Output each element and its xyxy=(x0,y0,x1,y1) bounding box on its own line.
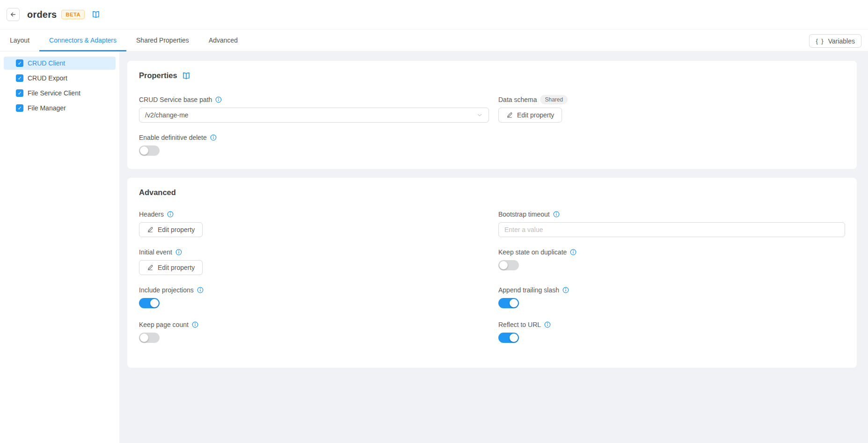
checkbox-file-manager[interactable]: ✓ xyxy=(16,104,23,112)
toggle-knob xyxy=(140,334,148,342)
properties-card-title: Properties xyxy=(139,71,845,80)
pen-icon xyxy=(147,226,153,233)
field-label: Headers xyxy=(139,210,489,219)
field-label-text: Reflect to URL xyxy=(498,321,541,328)
checkbox-crud-client[interactable]: ✓ xyxy=(16,59,23,67)
sidebar-item-crud-export[interactable]: ✓ CRUD Export xyxy=(4,72,116,85)
edit-data-schema-button[interactable]: Edit property xyxy=(498,108,562,123)
field-label-text: Append trailing slash xyxy=(498,286,559,294)
field-label: Data schema Shared xyxy=(498,95,845,104)
advanced-card-title: Advanced xyxy=(139,188,845,197)
docs-book-icon[interactable] xyxy=(92,10,100,19)
field-keep-state-on-duplicate: Keep state on duplicate xyxy=(498,247,845,275)
info-icon[interactable] xyxy=(544,321,551,328)
card-title-text: Advanced xyxy=(139,188,176,197)
keep-state-on-duplicate-toggle[interactable] xyxy=(498,260,519,270)
properties-card: Properties CRUD Service base path /v2/ch… xyxy=(127,61,857,169)
main-content: Properties CRUD Service base path /v2/ch… xyxy=(119,51,868,443)
shared-badge: Shared xyxy=(540,95,568,104)
field-label-text: Keep state on duplicate xyxy=(498,248,567,256)
pen-icon xyxy=(506,112,513,118)
page-title: orders xyxy=(27,9,57,20)
pen-icon xyxy=(147,264,153,271)
field-bootstrap-timeout: Bootstrap timeout xyxy=(498,210,845,237)
base-path-value: /v2/change-me xyxy=(145,111,189,119)
tab-bar: Layout Connectors & Adapters Shared Prop… xyxy=(0,29,868,51)
toggle-knob xyxy=(140,146,148,155)
card-title-text: Properties xyxy=(139,71,177,80)
button-label: Edit property xyxy=(158,226,195,233)
append-trailing-slash-toggle[interactable] xyxy=(498,298,519,308)
field-label-text: Include projections xyxy=(139,286,194,294)
field-label-text: CRUD Service base path xyxy=(139,96,212,103)
toggle-knob xyxy=(499,261,508,269)
tab-layout[interactable]: Layout xyxy=(0,29,39,51)
field-crud-service-base-path: CRUD Service base path /v2/change-me xyxy=(139,95,489,123)
connector-sidebar: ✓ CRUD Client ✓ CRUD Export ✓ File Servi… xyxy=(0,51,119,443)
field-initial-event: Initial event Edit property xyxy=(139,247,489,275)
info-icon[interactable] xyxy=(215,96,222,103)
field-label: CRUD Service base path xyxy=(139,95,489,104)
tab-label: Advanced xyxy=(209,36,238,44)
toggle-knob xyxy=(510,299,518,307)
field-label-text: Initial event xyxy=(139,248,172,256)
info-icon[interactable] xyxy=(167,211,174,218)
checkbox-file-service-client[interactable]: ✓ xyxy=(16,89,23,97)
field-reflect-to-url: Reflect to URL xyxy=(498,320,845,344)
field-label: Bootstrap timeout xyxy=(498,210,845,219)
page-header: orders BETA xyxy=(0,0,868,29)
back-button[interactable] xyxy=(7,8,20,21)
field-label: Reflect to URL xyxy=(498,320,845,329)
field-label: Keep page count xyxy=(139,320,489,329)
field-label: Include projections xyxy=(139,285,489,295)
field-label-text: Enable definitive delete xyxy=(139,134,207,141)
braces-icon: { } xyxy=(816,37,824,44)
sidebar-item-label: File Manager xyxy=(28,104,66,112)
variables-button[interactable]: { } Variables xyxy=(809,34,861,48)
bootstrap-timeout-input[interactable] xyxy=(498,222,845,237)
chevron-down-icon xyxy=(476,112,483,118)
toggle-knob xyxy=(150,299,159,307)
checkbox-crud-export[interactable]: ✓ xyxy=(16,74,23,82)
field-enable-definitive-delete: Enable definitive delete xyxy=(139,133,489,157)
button-label: Edit property xyxy=(517,111,554,119)
field-label: Enable definitive delete xyxy=(139,133,489,142)
info-icon[interactable] xyxy=(210,134,217,141)
sidebar-item-file-service-client[interactable]: ✓ File Service Client xyxy=(4,87,116,100)
info-icon[interactable] xyxy=(175,249,182,255)
include-projections-toggle[interactable] xyxy=(139,298,160,308)
tab-shared-properties[interactable]: Shared Properties xyxy=(126,29,199,51)
info-icon[interactable] xyxy=(553,211,560,218)
variables-button-label: Variables xyxy=(828,37,855,45)
sidebar-item-label: File Service Client xyxy=(28,89,80,97)
base-path-select[interactable]: /v2/change-me xyxy=(139,108,489,123)
tab-advanced[interactable]: Advanced xyxy=(199,29,248,51)
sidebar-item-label: CRUD Client xyxy=(28,59,65,67)
tab-connectors-adapters[interactable]: Connectors & Adapters xyxy=(39,29,126,51)
advanced-card: Advanced Headers Edit property Bootstrap xyxy=(127,178,857,368)
open-book-icon xyxy=(92,10,100,19)
open-book-icon[interactable] xyxy=(182,72,190,80)
keep-page-count-toggle[interactable] xyxy=(139,333,160,343)
edit-headers-button[interactable]: Edit property xyxy=(139,222,203,237)
app-body: ✓ CRUD Client ✓ CRUD Export ✓ File Servi… xyxy=(0,51,868,443)
sidebar-item-file-manager[interactable]: ✓ File Manager xyxy=(4,102,116,115)
info-icon[interactable] xyxy=(192,321,198,328)
info-icon[interactable] xyxy=(197,287,204,293)
field-include-projections: Include projections xyxy=(139,285,489,310)
field-keep-page-count: Keep page count xyxy=(139,320,489,344)
field-headers: Headers Edit property xyxy=(139,210,489,237)
info-icon[interactable] xyxy=(562,287,569,293)
field-label-text: Headers xyxy=(139,211,164,218)
sidebar-item-label: CRUD Export xyxy=(28,74,67,82)
field-label-text: Data schema xyxy=(498,96,537,103)
reflect-to-url-toggle[interactable] xyxy=(498,333,519,343)
field-append-trailing-slash: Append trailing slash xyxy=(498,285,845,310)
sidebar-item-crud-client[interactable]: ✓ CRUD Client xyxy=(4,57,116,70)
enable-definitive-delete-toggle[interactable] xyxy=(139,145,160,156)
tab-label: Shared Properties xyxy=(136,36,189,44)
field-label: Keep state on duplicate xyxy=(498,247,845,257)
edit-initial-event-button[interactable]: Edit property xyxy=(139,260,203,275)
info-icon[interactable] xyxy=(570,249,576,255)
field-label: Initial event xyxy=(139,247,489,257)
